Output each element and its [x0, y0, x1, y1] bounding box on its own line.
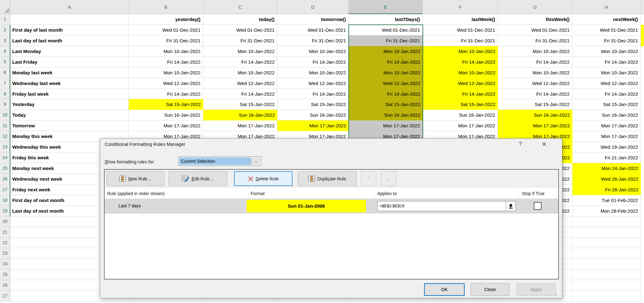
chevron-down-icon[interactable]: ⌄ — [252, 157, 260, 165]
cell-B3[interactable]: Fri 31-Dec-2021 — [129, 35, 203, 46]
cell-C10[interactable]: Sun 16-Jan-2022 — [203, 110, 277, 120]
cell-H10[interactable]: Sun 16-Jan-2022 — [572, 110, 641, 120]
cell-G10[interactable]: Sun 16-Jan-2022 — [498, 110, 572, 120]
cell-F4[interactable]: Mon 10-Jan-2022 — [423, 46, 498, 57]
cell-D6[interactable]: Mon 10-Jan-2022 — [277, 67, 349, 78]
row-header-17[interactable]: 17 — [0, 184, 10, 195]
column-header-C[interactable]: C — [203, 0, 277, 14]
row-header-23[interactable]: 23 — [0, 248, 10, 259]
cell-H5[interactable]: Fri 14-Jan-2022 — [572, 57, 641, 67]
row-header-26[interactable]: 26 — [0, 280, 10, 291]
cell-H7[interactable]: Wed 12-Jan-2022 — [572, 78, 641, 89]
row-header-7[interactable]: 7 — [0, 78, 10, 89]
cell-G2[interactable]: Wed 01-Dec-2021 — [498, 25, 572, 35]
cell-F3[interactable]: Fri 31-Dec-2021 — [423, 35, 498, 46]
cell-G11[interactable]: Mon 17-Jan-2022 — [498, 120, 572, 131]
move-rule-up-button[interactable]: ⌃ — [361, 171, 376, 186]
apply-button[interactable]: Apply — [516, 283, 556, 296]
cell-G5[interactable]: Fri 14-Jan-2022 — [498, 57, 572, 67]
rule-row[interactable]: Last 7 days Sun 01-Jan-2006 =$E$2:$E$19 — [105, 199, 558, 214]
row-header-25[interactable]: 25 — [0, 269, 10, 280]
cell-B10[interactable]: Sun 16-Jan-2022 — [129, 110, 203, 120]
cell-C8[interactable]: Fri 14-Jan-2022 — [203, 89, 277, 99]
cell-F1[interactable]: lastWeek() — [423, 14, 498, 25]
cell-D7[interactable]: Wed 12-Jan-2022 — [277, 78, 349, 89]
resize-grip[interactable]: ⠿ — [555, 294, 558, 297]
select-all-corner[interactable] — [0, 0, 10, 14]
cell-E6[interactable]: Mon 10-Jan-2022 — [349, 67, 423, 78]
duplicate-rule-button[interactable]: Duplicate Rule — [298, 171, 357, 186]
cell-E2[interactable]: Wed 01-Dec-2021 — [349, 25, 423, 35]
cell-B5[interactable]: Fri 14-Jan-2022 — [129, 57, 203, 67]
cell-H1[interactable]: nextWeek() — [572, 14, 641, 25]
column-header-D[interactable]: D — [277, 0, 349, 14]
cell-D3[interactable]: Fri 31-Dec-2021 — [277, 35, 349, 46]
cell-A4[interactable]: Last Monday — [10, 46, 129, 57]
column-header-G[interactable]: G — [498, 0, 572, 14]
cell-E7[interactable]: Wed 12-Jan-2022 — [349, 78, 423, 89]
cell-A5[interactable]: Last Friday — [10, 57, 129, 67]
row-header-3[interactable]: 3 — [0, 35, 10, 46]
stop-if-true-checkbox[interactable] — [534, 202, 542, 210]
row-header-5[interactable]: 5 — [0, 57, 10, 67]
cell-H23[interactable] — [572, 248, 641, 259]
cell-D1[interactable]: tomorrow() — [277, 14, 349, 25]
cell-D11[interactable]: Mon 17-Jan-2022 — [277, 120, 349, 131]
cell-C3[interactable]: Fri 31-Dec-2021 — [203, 35, 277, 46]
cell-C2[interactable]: Wed 01-Dec-2021 — [203, 25, 277, 35]
close-icon[interactable]: ✕ — [539, 141, 549, 148]
cell-E3[interactable]: Fri 31-Dec-2021 — [349, 35, 423, 46]
row-header-12[interactable]: 12 — [0, 131, 10, 142]
row-header-1[interactable]: 1 — [0, 14, 10, 25]
scope-dropdown[interactable]: Current Selection ⌄ — [178, 157, 261, 166]
cell-A2[interactable]: First day of last month — [10, 25, 129, 35]
cell-H2[interactable]: Wed 01-Dec-2021 — [572, 25, 641, 35]
delete-rule-button[interactable]: Delete Rule — [234, 171, 292, 186]
cell-B2[interactable]: Wed 01-Dec-2021 — [129, 25, 203, 35]
cell-F9[interactable]: Sat 15-Jan-2022 — [423, 99, 498, 110]
row-header-15[interactable]: 15 — [0, 163, 10, 174]
cell-F11[interactable]: Mon 17-Jan-2022 — [423, 120, 498, 131]
move-rule-down-button[interactable]: ⌄ — [381, 171, 396, 186]
cell-H13[interactable]: Wed 19-Jan-2022 — [572, 142, 641, 152]
row-header-16[interactable]: 16 — [0, 174, 10, 184]
cell-H9[interactable]: Sat 15-Jan-2022 — [572, 99, 641, 110]
cell-G3[interactable]: Fri 31-Dec-2021 — [498, 35, 572, 46]
cell-F2[interactable]: Wed 01-Dec-2021 — [423, 25, 498, 35]
cell-I3[interactable] — [641, 35, 644, 46]
cell-H4[interactable]: Mon 10-Jan-2022 — [572, 46, 641, 57]
cell-E10[interactable]: Sun 16-Jan-2022 — [349, 110, 423, 120]
row-header-13[interactable]: 13 — [0, 142, 10, 152]
cell-F5[interactable]: Fri 14-Jan-2022 — [423, 57, 498, 67]
cell-B1[interactable]: yesterday() — [129, 14, 203, 25]
column-header-H[interactable]: H — [572, 0, 641, 14]
cell-E5[interactable]: Fri 14-Jan-2022 — [349, 57, 423, 67]
column-header-B[interactable]: B — [129, 0, 203, 14]
cell-B4[interactable]: Mon 10-Jan-2022 — [129, 46, 203, 57]
cell-A1[interactable] — [10, 14, 129, 25]
row-header-9[interactable]: 9 — [0, 99, 10, 110]
row-header-14[interactable]: 14 — [0, 152, 10, 163]
row-header-2[interactable]: 2 — [0, 25, 10, 35]
row-header-10[interactable]: 10 — [0, 110, 10, 120]
cell-E1[interactable]: last7Days() — [349, 14, 423, 25]
row-header-18[interactable]: 18 — [0, 195, 10, 206]
row-header-27[interactable]: 27 — [0, 291, 10, 301]
row-header-20[interactable]: 20 — [0, 216, 10, 227]
cell-E4[interactable]: Mon 10-Jan-2022 — [349, 46, 423, 57]
cell-H6[interactable]: Mon 10-Jan-2022 — [572, 67, 641, 78]
cell-G4[interactable]: Mon 10-Jan-2022 — [498, 46, 572, 57]
cell-H16[interactable]: Wed 26-Jan-2022 — [572, 174, 641, 184]
cell-H11[interactable]: Mon 17-Jan-2022 — [572, 120, 641, 131]
column-header-F[interactable]: F — [423, 0, 498, 14]
cell-H15[interactable]: Mon 24-Jan-2022 — [572, 163, 641, 174]
cell-B7[interactable]: Wed 12-Jan-2022 — [129, 78, 203, 89]
cell-H25[interactable] — [572, 269, 641, 280]
range-picker-button[interactable] — [506, 201, 516, 211]
cell-E9[interactable]: Sat 15-Jan-2022 — [349, 99, 423, 110]
column-header-A[interactable]: A — [10, 0, 129, 14]
cell-H21[interactable] — [572, 227, 641, 238]
row-header-24[interactable]: 24 — [0, 259, 10, 269]
cell-H14[interactable]: Fri 21-Jan-2022 — [572, 152, 641, 163]
cell-D2[interactable]: Wed 01-Dec-2021 — [277, 25, 349, 35]
